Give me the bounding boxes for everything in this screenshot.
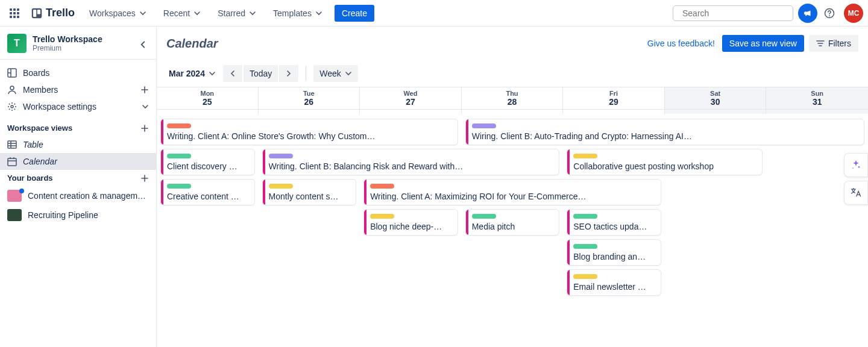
global-header: Trello Workspaces Recent Starred Templat… xyxy=(0,0,868,27)
calendar-event[interactable]: Writing. Client A: Maximizing ROI for Yo… xyxy=(363,179,661,205)
sidebar-view-table[interactable]: Table xyxy=(0,136,156,153)
day-number: 31 xyxy=(766,97,868,107)
calendar-toolbar: Mar 2024 Today Week xyxy=(157,60,868,87)
calendar-event[interactable]: Writing. Client A: Online Store's Growth… xyxy=(160,119,458,145)
day-column[interactable]: Fri29 xyxy=(563,87,665,114)
calendar-event[interactable]: Blog niche deep-… xyxy=(363,209,458,236)
event-label-pill xyxy=(472,123,496,128)
filters-button[interactable]: Filters xyxy=(809,35,858,52)
divider xyxy=(306,66,306,81)
svg-rect-2 xyxy=(37,10,40,14)
next-button[interactable] xyxy=(279,65,298,82)
day-column[interactable]: Sun31 xyxy=(766,87,868,114)
brand-text: Trello xyxy=(46,7,75,19)
help-button[interactable] xyxy=(820,4,839,23)
calendar-event[interactable]: Email newsletter … xyxy=(567,269,661,296)
calendar-event[interactable]: Media pitch xyxy=(465,209,560,236)
notification-button[interactable] xyxy=(798,4,817,23)
month-selector[interactable]: Mar 2024 xyxy=(166,65,218,82)
svg-rect-1 xyxy=(33,10,36,17)
sidebar-item-label: Table xyxy=(23,140,43,149)
nav-label: Templates xyxy=(273,8,312,18)
user-avatar[interactable]: MC xyxy=(844,4,863,23)
day-of-week: Sun xyxy=(766,90,868,97)
calendar-event[interactable]: Blog branding an… xyxy=(567,239,661,266)
collapse-sidebar-button[interactable] xyxy=(134,36,151,53)
today-button[interactable]: Today xyxy=(244,65,278,82)
day-number: 28 xyxy=(462,97,563,107)
chevron-left-icon xyxy=(229,70,236,77)
calendar-event[interactable]: Collaborative guest posting workshop xyxy=(567,149,763,175)
event-label-pill xyxy=(573,274,597,279)
translate-button[interactable] xyxy=(844,181,868,205)
calendar-event[interactable]: SEO tactics upda… xyxy=(567,209,661,236)
day-column[interactable]: Tue26 xyxy=(259,87,360,114)
nav-starred[interactable]: Starred xyxy=(210,5,263,22)
filters-label: Filters xyxy=(828,39,851,48)
calendar-event[interactable]: Wiring. Client B: Auto-Trading and Crypt… xyxy=(465,119,864,145)
event-title: Media pitch xyxy=(472,222,555,231)
sparkle-icon xyxy=(850,159,862,171)
help-icon xyxy=(823,7,835,19)
sidebar-view-calendar[interactable]: Calendar xyxy=(0,153,156,170)
day-column[interactable]: Mon25 xyxy=(157,87,259,114)
brand-logo[interactable]: Trello xyxy=(27,7,80,19)
day-column[interactable]: Sat30 xyxy=(665,87,767,114)
event-title: Montly content s… xyxy=(269,192,351,201)
your-boards-heading: Your boards xyxy=(0,170,156,186)
save-view-button[interactable]: Save as new view xyxy=(722,35,804,52)
nav-recent[interactable]: Recent xyxy=(156,5,208,22)
feedback-link[interactable]: Give us feedback! xyxy=(647,39,715,48)
calendar-event[interactable]: Client discovery … xyxy=(160,149,255,175)
board-name: Recruiting Pipeline xyxy=(28,210,98,220)
chevron-down-icon xyxy=(209,70,216,77)
day-header: Thu28 xyxy=(462,87,563,110)
main-content: Calendar Give us feedback! Save as new v… xyxy=(157,27,868,347)
day-header: Wed27 xyxy=(360,87,461,110)
nav-workspaces[interactable]: Workspaces xyxy=(82,5,154,22)
sidebar-board-item[interactable]: Recruiting Pipeline xyxy=(0,205,156,225)
calendar-event[interactable]: Creative content … xyxy=(160,179,255,205)
sidebar-board-item[interactable]: Content creation & managem… xyxy=(0,186,156,205)
day-column[interactable]: Thu28 xyxy=(462,87,564,114)
prev-button[interactable] xyxy=(223,65,242,82)
calendar-event[interactable]: Montly content s… xyxy=(262,179,357,205)
search-input[interactable] xyxy=(673,5,793,21)
svg-point-7 xyxy=(10,86,14,90)
plus-icon[interactable] xyxy=(140,86,149,94)
calendar-event[interactable]: Writing. Client B: Balancing Risk and Re… xyxy=(262,149,560,175)
add-view-button[interactable] xyxy=(140,124,149,133)
search-field[interactable] xyxy=(682,8,788,18)
day-column[interactable]: Wed27 xyxy=(360,87,462,114)
page-title[interactable]: Calendar xyxy=(166,37,218,51)
create-button[interactable]: Create xyxy=(335,5,374,22)
range-selector[interactable]: Week xyxy=(313,65,358,82)
members-icon xyxy=(7,85,17,95)
calendar-icon xyxy=(7,157,17,166)
nav-templates[interactable]: Templates xyxy=(266,5,330,22)
heading-text: Your boards xyxy=(7,174,53,183)
sidebar-item-members[interactable]: Members xyxy=(0,81,156,98)
day-number: 27 xyxy=(360,97,461,107)
day-header: Sat30 xyxy=(665,87,766,110)
day-of-week: Mon xyxy=(157,90,258,97)
day-of-week: Tue xyxy=(259,90,360,97)
workspace-name: Trello Workspace xyxy=(33,34,102,44)
chevron-down-icon xyxy=(193,10,201,17)
app-switcher-icon[interactable] xyxy=(5,4,24,23)
sidebar-item-workspace-settings[interactable]: Workspace settings xyxy=(0,98,156,115)
range-label: Week xyxy=(319,69,341,78)
ai-button[interactable] xyxy=(844,153,868,177)
calendar-grid: Mon25Tue26Wed27Thu28Fri29Sat30Sun31 xyxy=(157,87,868,114)
chevron-down-icon[interactable] xyxy=(142,103,149,110)
unread-dot xyxy=(19,189,24,193)
sidebar-item-boards[interactable]: Boards xyxy=(0,64,156,81)
day-number: 26 xyxy=(259,97,360,107)
event-label-pill xyxy=(573,154,597,158)
event-label-pill xyxy=(167,184,191,189)
day-number: 30 xyxy=(665,97,766,107)
sidebar-views: TableCalendar xyxy=(0,136,156,170)
trello-icon xyxy=(31,8,42,19)
event-title: Email newsletter … xyxy=(573,282,656,292)
add-board-button[interactable] xyxy=(140,174,149,183)
